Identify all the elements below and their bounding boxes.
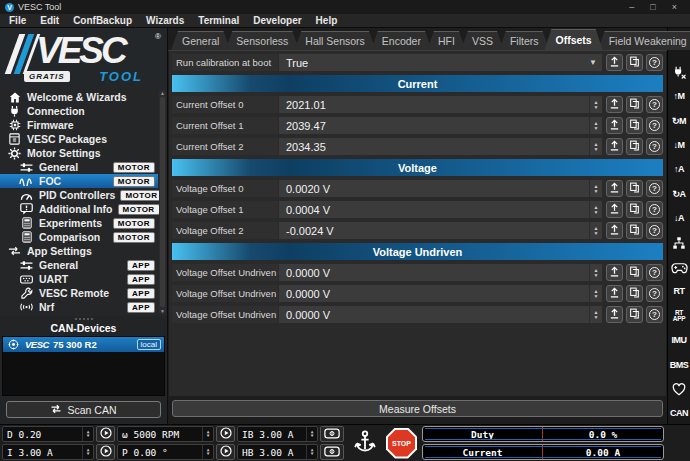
copy-value-button[interactable] (626, 222, 643, 239)
copy-value-button[interactable] (626, 180, 643, 197)
help-button[interactable]: ? (646, 180, 663, 197)
spinner-arrows[interactable]: ▲▼ (589, 117, 602, 134)
imu-data-icon[interactable]: IMU (669, 333, 690, 349)
can-forward-icon[interactable]: CAN (669, 406, 690, 422)
spinner-arrows[interactable]: ▲▼ (306, 445, 317, 459)
menu-edit[interactable]: Edit (33, 15, 66, 26)
activate-control-button[interactable] (96, 444, 115, 460)
read-motor-config-icon[interactable]: ↓M (669, 138, 690, 154)
tab-general[interactable]: General (171, 31, 230, 50)
sidebar-item-connection[interactable]: Connection (0, 104, 158, 118)
scroll-up-icon[interactable]: ▲ (160, 90, 165, 96)
read-app-config-icon[interactable]: ↓A (669, 211, 690, 227)
tab-encoder[interactable]: Encoder (371, 31, 432, 50)
sidebar-item-uart[interactable]: UARTAPP (0, 272, 158, 286)
stop-button[interactable]: STOP (386, 428, 417, 459)
scroll-down-icon[interactable]: ▼ (160, 308, 165, 314)
setpoint-spinbox[interactable]: IB 3.00 A▲▼ (237, 426, 318, 442)
tab-sensorless[interactable]: Sensorless (225, 31, 299, 50)
write-to-vesc-button[interactable] (606, 285, 623, 302)
write-motor-config-icon[interactable]: ↑M (669, 89, 690, 105)
setpoint-spinbox[interactable]: HB 3.00 A▲▼ (237, 444, 318, 460)
minimize-button[interactable]: – (629, 3, 634, 12)
spinner-arrows[interactable]: ▲▼ (589, 138, 602, 155)
sidebar-item-app-settings[interactable]: App Settings (0, 244, 158, 258)
nav-scrollbar[interactable]: ▲▼ (159, 90, 166, 314)
copy-value-button[interactable] (626, 285, 643, 302)
heart-icon[interactable] (669, 381, 690, 397)
write-to-vesc-button[interactable] (606, 222, 623, 239)
menu-confbackup[interactable]: ConfBackup (66, 15, 139, 26)
sidebar-item-general[interactable]: GeneralAPP (0, 258, 158, 272)
maximize-button[interactable]: □ (650, 3, 655, 12)
keyboard-control-button[interactable] (320, 426, 344, 442)
spinner-arrows[interactable]: ▲▼ (82, 445, 93, 459)
spinner-arrows[interactable]: ▲▼ (202, 427, 213, 441)
read-default-motor-config-icon[interactable]: ↻M (669, 113, 690, 129)
sidebar-item-firmware[interactable]: Firmware (0, 118, 158, 132)
help-button[interactable]: ? (646, 285, 663, 302)
spinner-arrows[interactable]: ▲▼ (202, 445, 213, 459)
tab-filters[interactable]: Filters (499, 31, 550, 50)
spinner-arrows[interactable]: ▲▼ (589, 222, 602, 239)
setpoint-spinbox[interactable]: D 0.20▲▼ (2, 426, 94, 442)
write-to-vesc-button[interactable] (606, 180, 623, 197)
param-spinbox[interactable]: 0.0020 V (279, 180, 589, 197)
write-to-vesc-button[interactable] (606, 264, 623, 281)
activate-control-button[interactable] (216, 444, 235, 460)
help-button[interactable]: ? (646, 138, 663, 155)
spinner-arrows[interactable]: ▲▼ (589, 96, 602, 113)
sidebar-item-additional-info[interactable]: Additional InfoMOTOR (0, 202, 158, 216)
param-spinbox[interactable]: 0.0000 V (279, 264, 589, 281)
full-brake-button[interactable] (349, 426, 381, 460)
spinner-arrows[interactable]: ▲▼ (589, 306, 602, 323)
sidebar-item-pid-controllers[interactable]: PID ControllersMOTOR (0, 188, 158, 202)
param-spinbox[interactable]: 2034.35 (279, 138, 589, 155)
activate-control-button[interactable] (216, 426, 235, 442)
menu-wizards[interactable]: Wizards (139, 15, 191, 26)
scan-can-button[interactable]: Scan CAN (6, 401, 161, 418)
write-app-config-icon[interactable]: ↑A (669, 162, 690, 178)
setpoint-spinbox[interactable]: ω 5000 RPM▲▼ (117, 426, 214, 442)
spinner-arrows[interactable]: ▲▼ (589, 264, 602, 281)
close-button[interactable]: × (672, 3, 677, 12)
keyboard-control-button[interactable] (320, 444, 344, 460)
help-button[interactable]: ? (646, 222, 663, 239)
copy-value-button[interactable] (626, 306, 643, 323)
setpoint-spinbox[interactable]: P 0.00 °▲▼ (117, 444, 214, 460)
copy-value-button[interactable] (626, 54, 643, 71)
spinner-arrows[interactable]: ▲▼ (589, 180, 602, 197)
write-to-vesc-button[interactable] (606, 96, 623, 113)
sidebar-item-foc[interactable]: FOCMOTOR (0, 174, 158, 188)
write-to-vesc-button[interactable] (606, 138, 623, 155)
write-to-vesc-button[interactable] (606, 117, 623, 134)
help-button[interactable]: ? (646, 264, 663, 281)
copy-value-button[interactable] (626, 264, 643, 281)
sidebar-item-nrf[interactable]: NrfAPP (0, 300, 158, 314)
param-spinbox[interactable]: -0.0024 V (279, 222, 589, 239)
sidebar-item-vesc-remote[interactable]: VESC RemoteAPP (0, 286, 158, 300)
write-to-vesc-button[interactable] (606, 201, 623, 218)
measure-offsets-button[interactable]: Measure Offsets (172, 400, 663, 417)
sidebar-item-general[interactable]: GeneralMOTOR (0, 160, 158, 174)
scrollbar-thumb[interactable] (160, 97, 165, 307)
sidebar-item-experiments[interactable]: ExperimentsMOTOR (0, 216, 158, 230)
param-spinbox[interactable]: 2039.47 (279, 117, 589, 134)
param-spinbox[interactable]: 0.0000 V (279, 285, 589, 302)
tab-offsets[interactable]: Offsets (544, 29, 602, 50)
read-default-app-config-icon[interactable]: ↻A (669, 186, 690, 202)
activate-control-button[interactable] (96, 426, 115, 442)
help-button[interactable]: ? (646, 54, 663, 71)
spinner-arrows[interactable]: ▲▼ (82, 427, 93, 441)
param-dropdown[interactable]: True▼ (279, 54, 602, 71)
tab-hall-sensors[interactable]: Hall Sensors (294, 31, 376, 50)
disconnect-plug-icon[interactable] (669, 64, 690, 80)
copy-value-button[interactable] (626, 117, 643, 134)
menu-file[interactable]: File (2, 15, 33, 26)
gamepad-icon[interactable] (669, 260, 690, 276)
sidebar-item-comparison[interactable]: ComparisonMOTOR (0, 230, 158, 244)
sidebar-item-motor-settings[interactable]: Motor Settings (0, 146, 158, 160)
copy-value-button[interactable] (626, 138, 643, 155)
sidebar-item-welcome-wizards[interactable]: Welcome & Wizards (0, 90, 158, 104)
copy-value-button[interactable] (626, 201, 643, 218)
